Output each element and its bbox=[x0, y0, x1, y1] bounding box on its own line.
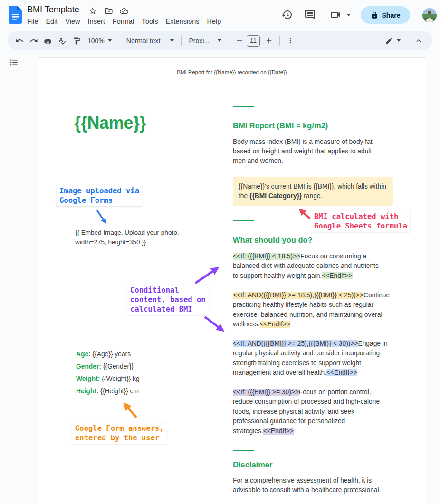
move-folder-icon[interactable] bbox=[105, 7, 113, 15]
section-divider bbox=[233, 450, 254, 451]
increase-font-size-button[interactable] bbox=[262, 34, 276, 48]
menu-bar: File Edit View Insert Format Tools Exten… bbox=[23, 17, 225, 26]
document-outline-icon[interactable] bbox=[10, 58, 19, 67]
annotation-bmi-note: BMI calculated with Google Sheets formul… bbox=[311, 211, 410, 232]
document-title[interactable]: BMI Template bbox=[27, 5, 79, 15]
stat-weight: Weight: {{Weight}} kg bbox=[76, 375, 140, 382]
formatting-toolbar: 100% Normal text Proxi... 11 bbox=[8, 31, 432, 50]
print-button[interactable] bbox=[41, 34, 55, 48]
spelling-check-button[interactable] bbox=[55, 34, 69, 48]
menu-view[interactable]: View bbox=[61, 17, 84, 26]
annotation-form-note: Google Form answers, entered by the user bbox=[72, 423, 167, 444]
redo-button[interactable] bbox=[27, 34, 41, 48]
disclaimer-body: For a comprehensive assessment of health… bbox=[233, 476, 406, 495]
menu-tools[interactable]: Tools bbox=[138, 17, 162, 26]
zoom-select[interactable]: 100% bbox=[84, 37, 115, 45]
condition-normal: <<If: AND(({{BMI}} >= 18.5),({{BMI}} < 2… bbox=[233, 291, 406, 330]
bmi-callout-box: {{Name}}'s current BMI is {{BMI}}, which… bbox=[233, 177, 393, 206]
condition-underweight: <<If: ({{BMI}} < 18.5)>>Focus on consumi… bbox=[233, 252, 406, 281]
decrease-font-size-button[interactable] bbox=[232, 34, 247, 48]
annotation-image-note: Image uploaded via Google Forms bbox=[57, 185, 142, 206]
bmi-report-body: Body mass index (BMI) is a measure of bo… bbox=[233, 137, 406, 166]
comment-icon[interactable] bbox=[304, 9, 316, 20]
annotation-conditional-note: Conditional content, based on calculated… bbox=[127, 285, 209, 315]
share-button[interactable]: Share bbox=[361, 6, 410, 24]
bmi-report-heading: BMI Report (BMI = kg/m2) bbox=[233, 121, 328, 130]
disclaimer-heading: Disclaimer bbox=[233, 460, 272, 469]
font-select[interactable]: Proxi... bbox=[185, 37, 225, 45]
menu-edit[interactable]: Edit bbox=[42, 17, 61, 26]
font-size-input[interactable]: 11 bbox=[247, 35, 260, 47]
paragraph-style-select[interactable]: Normal text bbox=[123, 37, 178, 45]
meet-dropdown-caret[interactable] bbox=[347, 14, 351, 16]
blue-arrow bbox=[97, 210, 105, 222]
stat-gender: Gender: {{Gender}} bbox=[76, 363, 134, 370]
undo-button[interactable] bbox=[12, 34, 27, 48]
share-label: Share bbox=[382, 11, 401, 19]
menu-format[interactable]: Format bbox=[109, 17, 138, 26]
orange-arrow bbox=[125, 404, 136, 418]
what-should-you-do-heading: What should you do? bbox=[233, 236, 313, 245]
page-header-text: BMI Report for {{Name}} recorded on {{Da… bbox=[38, 69, 426, 75]
section-divider bbox=[233, 220, 254, 221]
meet-video-icon[interactable] bbox=[330, 9, 341, 20]
red-arrow bbox=[300, 210, 310, 219]
stat-height: Height: {{Height}} cm bbox=[76, 388, 139, 395]
pen-icon bbox=[385, 37, 393, 45]
purple-arrow-up bbox=[195, 268, 217, 283]
name-placeholder-heading: {{Name}} bbox=[74, 113, 146, 133]
condition-obese: <<If: ({{BMI}} >= 30)>>Focus on portion … bbox=[233, 388, 406, 436]
star-icon[interactable] bbox=[88, 7, 97, 15]
google-docs-logo[interactable] bbox=[9, 6, 22, 24]
account-avatar[interactable] bbox=[422, 8, 437, 22]
menu-extensions[interactable]: Extensions bbox=[162, 17, 203, 26]
section-divider bbox=[233, 106, 254, 107]
embed-image-placeholder: {{ Embed Image, Upload your photo, width… bbox=[75, 228, 179, 247]
menu-help[interactable]: Help bbox=[203, 17, 225, 26]
purple-arrow-down bbox=[205, 317, 222, 330]
cloud-status-icon[interactable] bbox=[120, 7, 128, 15]
hide-menus-button[interactable] bbox=[411, 34, 426, 48]
lock-icon bbox=[371, 11, 378, 19]
document-page[interactable]: BMI Report for {{Name}} recorded on {{Da… bbox=[38, 57, 426, 504]
menu-insert[interactable]: Insert bbox=[84, 17, 109, 26]
version-history-icon[interactable] bbox=[281, 9, 293, 20]
condition-overweight: <<If: AND(({{BMI}} >= 25),({{BMI}} < 30)… bbox=[233, 339, 406, 378]
menu-file[interactable]: File bbox=[23, 17, 42, 26]
stat-age: Age: {{Age}} years bbox=[76, 351, 131, 358]
editing-mode-select[interactable] bbox=[381, 37, 404, 45]
more-options-button[interactable] bbox=[283, 34, 297, 48]
paint-format-button[interactable] bbox=[69, 34, 84, 48]
